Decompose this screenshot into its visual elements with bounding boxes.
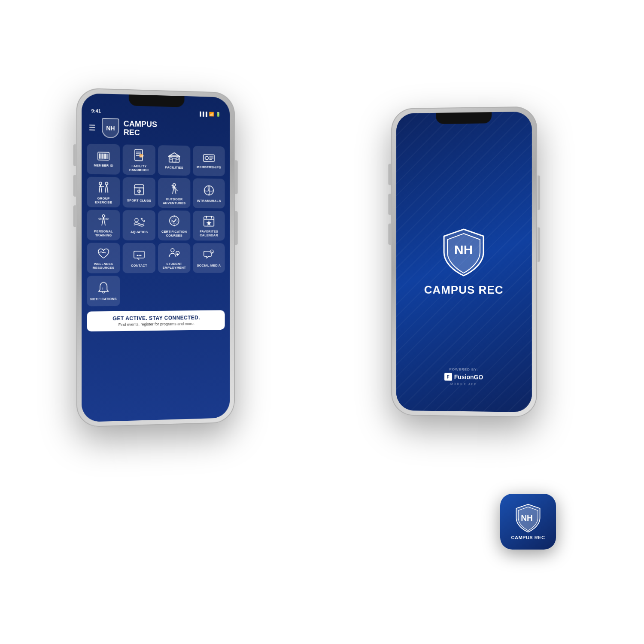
svg-point-22 <box>205 156 209 160</box>
svg-line-53 <box>102 221 103 225</box>
signal-icon: ▐▐▐ <box>198 111 207 116</box>
svg-text:OPEN: OPEN <box>140 155 144 157</box>
svg-point-58 <box>135 219 138 222</box>
fusiongo-name: FusionGO <box>454 374 483 381</box>
splash-shield: NH <box>442 227 485 277</box>
phone-left: 9:41 ▐▐▐ 📶 🔋 ☰ NH CAMPUS REC <box>76 88 235 427</box>
time-display: 9:41 <box>91 108 101 114</box>
svg-rect-20 <box>176 158 179 160</box>
menu-item-favorites-calendar[interactable]: FAVORITES CALENDAR <box>193 211 225 241</box>
menu-item-outdoor-adventures[interactable]: OUTDOOR ADVENTURES <box>158 178 190 208</box>
menu-item-aquatics[interactable]: AQUATICS <box>123 210 155 240</box>
status-icons: ▐▐▐ 📶 🔋 <box>198 111 221 116</box>
svg-rect-56 <box>99 218 101 219</box>
menu-item-facilities[interactable]: FACILITIES <box>158 145 190 176</box>
certification-courses-icon <box>168 215 180 228</box>
wellness-resources-icon <box>97 247 109 260</box>
app-icon-label: CAMPUS REC <box>511 535 545 540</box>
outdoor-adventures-icon <box>168 182 180 196</box>
menu-item-student-employment[interactable]: STUDENT EMPLOYMENT <box>158 243 190 273</box>
svg-text:▲: ▲ <box>211 251 213 253</box>
memberships-icon <box>203 154 215 164</box>
powered-label: POWERED BY: <box>450 368 478 372</box>
menu-item-sport-clubs[interactable]: 10 SPORT CLUBS <box>123 177 155 208</box>
contact-label: CONTACT <box>131 264 147 267</box>
menu-item-social-media[interactable]: ▲ SOCIAL MEDIA <box>193 243 225 273</box>
svg-line-33 <box>106 185 107 188</box>
menu-item-personal-training[interactable]: PERSONAL TRAINING <box>87 210 120 240</box>
svg-line-31 <box>101 188 102 192</box>
powered-by: POWERED BY: F FusionGO Mobile App <box>444 368 483 386</box>
member-id-icon <box>97 152 109 162</box>
menu-grid: MEMBER ID OPEN <box>82 142 230 309</box>
scene: 9:41 ▐▐▐ 📶 🔋 ☰ NH CAMPUS REC <box>21 21 623 623</box>
mobile-app-text: Mobile App <box>450 383 477 386</box>
notch-left <box>129 94 185 107</box>
menu-item-notifications[interactable]: ! NOTIFICATIONS <box>87 276 120 306</box>
app-header: ☰ NH CAMPUS REC <box>82 115 230 145</box>
svg-marker-70 <box>207 220 212 225</box>
app-name-line2: REC <box>124 128 157 138</box>
menu-item-group-exercise[interactable]: GROUP EXERCISE <box>87 177 120 208</box>
battery-icon: 🔋 <box>216 112 221 116</box>
phone-right: NH CAMPUS REC POWERED BY: F FusionGO Mob… <box>391 106 537 418</box>
logo-shield-left: NH <box>102 118 119 138</box>
student-employment-label: STUDENT EMPLOYMENT <box>160 261 188 269</box>
svg-point-73 <box>140 255 141 256</box>
menu-item-intramurals[interactable]: INTRAMURALS <box>193 178 225 208</box>
aquatics-icon <box>133 218 145 229</box>
wifi-icon: 📶 <box>209 112 214 116</box>
svg-rect-19 <box>170 158 172 160</box>
svg-text:10: 10 <box>137 189 141 193</box>
favorites-calendar-icon <box>204 215 214 228</box>
certification-courses-label: CERTIFICATION COURSES <box>160 230 188 237</box>
svg-point-75 <box>171 249 174 252</box>
right-screen: NH CAMPUS REC POWERED BY: F FusionGO Mob… <box>396 112 532 412</box>
app-icon: NH CAMPUS REC <box>500 494 556 550</box>
svg-line-35 <box>107 188 108 192</box>
hamburger-icon[interactable]: ☰ <box>88 123 95 133</box>
group-exercise-icon <box>97 181 110 195</box>
menu-item-facility-handbook[interactable]: OPEN FACILITY HANDBOOK <box>123 144 155 175</box>
facility-handbook-icon: OPEN <box>134 149 144 163</box>
sport-clubs-icon: 10 <box>134 183 145 197</box>
group-exercise-label: GROUP EXERCISE <box>88 196 118 204</box>
notifications-label: NOTIFICATIONS <box>90 297 116 301</box>
svg-point-50 <box>102 215 105 217</box>
menu-item-wellness-resources[interactable]: WELLNESS RESOURCES <box>87 243 120 273</box>
memberships-label: MEMBERSHIPS <box>197 165 221 170</box>
menu-item-memberships[interactable]: MEMBERSHIPS <box>193 146 225 176</box>
svg-line-34 <box>105 188 106 192</box>
menu-item-contact[interactable]: CONTACT <box>123 243 155 273</box>
wellness-resources-label: WELLNESS RESOURCES <box>88 262 118 270</box>
nh-initials: NH <box>106 125 115 132</box>
svg-text:NH: NH <box>454 242 473 256</box>
svg-line-45 <box>175 190 176 194</box>
facilities-icon <box>168 152 180 164</box>
left-screen: 9:41 ▐▐▐ 📶 🔋 ☰ NH CAMPUS REC <box>82 93 230 422</box>
personal-training-label: PERSONAL TRAINING <box>88 229 118 237</box>
facilities-label: FACILITIES <box>165 165 183 170</box>
intramurals-label: INTRAMURALS <box>197 199 221 203</box>
personal-training-icon <box>97 214 109 228</box>
svg-point-62 <box>170 216 179 225</box>
outdoor-adventures-label: OUTDOOR ADVENTURES <box>160 197 188 205</box>
svg-point-71 <box>137 255 138 256</box>
fusiongo-logo: F FusionGO <box>444 373 483 381</box>
contact-icon <box>133 249 145 262</box>
notch-right <box>436 112 492 124</box>
svg-line-30 <box>99 188 100 192</box>
app-title-left: CAMPUS REC <box>124 120 157 138</box>
facility-handbook-label: FACILITY HANDBOOK <box>125 164 154 172</box>
menu-item-certification-courses[interactable]: CERTIFICATION COURSES <box>158 210 190 240</box>
svg-rect-57 <box>106 218 108 219</box>
member-id-label: MEMBER ID <box>94 164 113 168</box>
svg-point-26 <box>99 182 102 185</box>
svg-text:NH: NH <box>521 513 533 522</box>
aquatics-label: AQUATICS <box>131 230 148 234</box>
svg-line-59 <box>141 219 144 222</box>
svg-line-44 <box>173 190 173 194</box>
bottom-banner: GET ACTIVE. STAY CONNECTED. Find events,… <box>87 310 225 331</box>
menu-item-member-id[interactable]: MEMBER ID <box>87 144 120 175</box>
svg-rect-18 <box>173 158 176 162</box>
